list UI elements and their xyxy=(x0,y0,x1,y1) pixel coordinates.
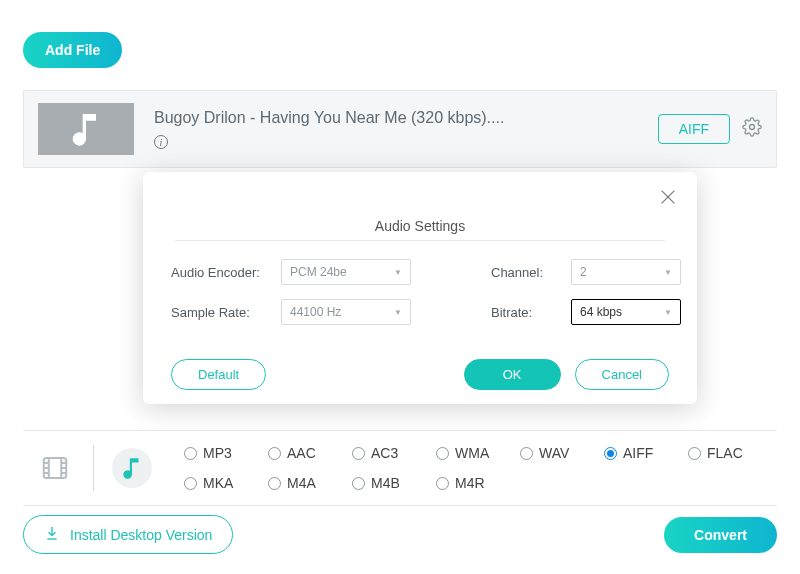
bitrate-label: Bitrate: xyxy=(491,305,561,320)
add-file-button[interactable]: Add File xyxy=(23,32,122,68)
modal-title: Audio Settings xyxy=(175,192,665,241)
bitrate-dropdown[interactable]: 64 kbps▼ xyxy=(571,299,681,325)
encoder-label: Audio Encoder: xyxy=(171,265,271,280)
default-button[interactable]: Default xyxy=(171,359,266,390)
chevron-down-icon: ▼ xyxy=(664,268,672,277)
chevron-down-icon: ▼ xyxy=(664,308,672,317)
file-title: Bugoy Drilon - Having You Near Me (320 k… xyxy=(154,109,658,127)
info-icon[interactable]: i xyxy=(154,135,168,149)
download-icon xyxy=(44,525,60,544)
divider xyxy=(93,445,94,491)
format-option-ac3[interactable]: AC3 xyxy=(352,445,436,461)
channel-label: Channel: xyxy=(491,265,561,280)
channel-dropdown[interactable]: 2▼ xyxy=(571,259,681,285)
format-option-wav[interactable]: WAV xyxy=(520,445,604,461)
sample-rate-label: Sample Rate: xyxy=(171,305,271,320)
format-section: MP3 AAC AC3 WMA WAV AIFF FLAC MKA M4A M4… xyxy=(23,430,777,506)
file-row: Bugoy Drilon - Having You Near Me (320 k… xyxy=(23,90,777,168)
cancel-button[interactable]: Cancel xyxy=(575,359,669,390)
format-badge[interactable]: AIFF xyxy=(658,114,730,144)
audio-kind-icon[interactable] xyxy=(112,448,152,488)
format-option-wma[interactable]: WMA xyxy=(436,445,520,461)
gear-icon[interactable] xyxy=(742,117,762,141)
file-thumbnail xyxy=(38,103,134,155)
video-kind-icon[interactable] xyxy=(35,448,75,488)
formats-grid: MP3 AAC AC3 WMA WAV AIFF FLAC MKA M4A M4… xyxy=(184,445,772,491)
format-option-aiff[interactable]: AIFF xyxy=(604,445,688,461)
format-option-m4a[interactable]: M4A xyxy=(268,475,352,491)
install-desktop-button[interactable]: Install Desktop Version xyxy=(23,515,233,554)
format-option-mp3[interactable]: MP3 xyxy=(184,445,268,461)
encoder-dropdown[interactable]: PCM 24be▼ xyxy=(281,259,411,285)
close-icon[interactable] xyxy=(657,186,679,212)
sample-rate-dropdown[interactable]: 44100 Hz▼ xyxy=(281,299,411,325)
chevron-down-icon: ▼ xyxy=(394,268,402,277)
footer: Install Desktop Version Convert xyxy=(23,515,777,554)
format-option-mka[interactable]: MKA xyxy=(184,475,268,491)
format-option-flac[interactable]: FLAC xyxy=(688,445,772,461)
chevron-down-icon: ▼ xyxy=(394,308,402,317)
format-option-m4b[interactable]: M4B xyxy=(352,475,436,491)
ok-button[interactable]: OK xyxy=(464,359,561,390)
format-option-m4r[interactable]: M4R xyxy=(436,475,520,491)
film-icon xyxy=(40,453,70,483)
music-note-icon xyxy=(119,455,145,481)
convert-button[interactable]: Convert xyxy=(664,517,777,553)
svg-point-0 xyxy=(750,125,755,130)
audio-settings-modal: Audio Settings Audio Encoder: PCM 24be▼ … xyxy=(143,172,697,404)
music-note-icon xyxy=(66,109,106,149)
format-option-aac[interactable]: AAC xyxy=(268,445,352,461)
